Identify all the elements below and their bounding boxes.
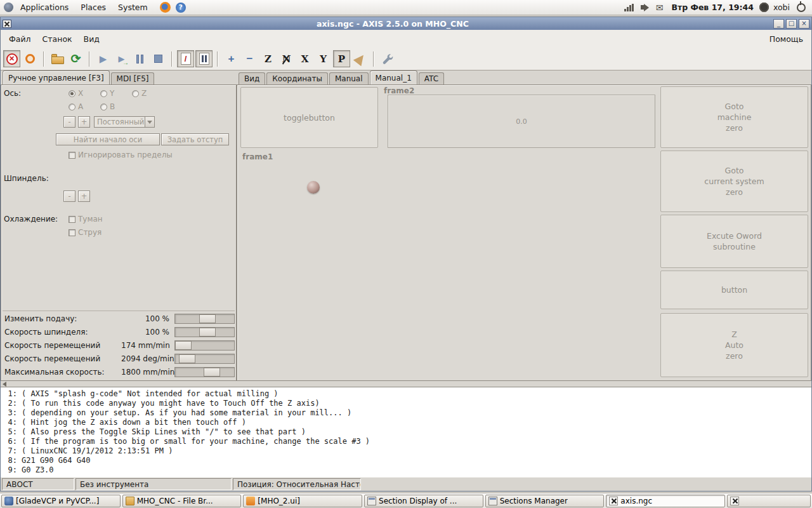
- menu-applications[interactable]: Applications: [15, 1, 74, 14]
- tab-manual-control[interactable]: Ручное управление [F3]: [3, 70, 110, 84]
- jog-speed-slider[interactable]: [174, 340, 235, 351]
- mist-checkbox[interactable]: [69, 216, 75, 223]
- menu-machine[interactable]: Станок: [37, 31, 78, 47]
- view-front-button[interactable]: Y: [315, 50, 332, 67]
- jog-minus-button[interactable]: -: [63, 116, 75, 128]
- minimize-button[interactable]: _: [773, 19, 784, 29]
- mail-icon[interactable]: ✉: [656, 3, 664, 13]
- firefox-launcher-icon[interactable]: [160, 2, 171, 13]
- pane-divider[interactable]: [1, 381, 811, 387]
- goto-current-system-zero-button[interactable]: Goto current system zero: [660, 150, 808, 212]
- pause-button[interactable]: [131, 50, 148, 67]
- max-velocity-slider[interactable]: [174, 367, 235, 377]
- slider-handle[interactable]: [199, 328, 216, 337]
- tab-manual-1[interactable]: Manual_1: [370, 70, 417, 84]
- zoom-out-button[interactable]: −: [241, 50, 258, 67]
- axis-a-radio[interactable]: [69, 104, 75, 110]
- menu-file[interactable]: Файл: [3, 31, 37, 47]
- gcode-line[interactable]: 7:( LinuxCNC 19/1/2012 2:13:51 PM ): [4, 446, 808, 456]
- gcode-line[interactable]: 9:G0 Z3.0: [4, 465, 808, 475]
- slider-handle[interactable]: [199, 314, 216, 323]
- taskbar-gladevcp[interactable]: [GladeVCP и PyVCP...]: [1, 495, 121, 507]
- feed-override-slider[interactable]: [174, 314, 235, 324]
- menu-places[interactable]: Places: [75, 1, 111, 14]
- togglebutton[interactable]: togglebutton: [240, 87, 378, 148]
- taskbar-file-browser[interactable]: MHO_CNC - File Br...: [122, 495, 242, 507]
- angular-jog-speed-slider[interactable]: [174, 354, 235, 364]
- rotate-view-button[interactable]: [351, 50, 369, 67]
- home-axis-button[interactable]: Найти начало оси: [56, 133, 160, 145]
- view-rotated-top-button[interactable]: N: [278, 50, 295, 67]
- sphere-graphic[interactable]: [307, 181, 320, 194]
- tab-coordinates[interactable]: Координаты: [266, 72, 328, 84]
- spindle-override-slider[interactable]: [174, 327, 235, 337]
- flood-checkbox[interactable]: [69, 229, 75, 236]
- zoom-in-button[interactable]: +: [223, 50, 240, 67]
- jog-plus-button[interactable]: +: [78, 116, 90, 128]
- username[interactable]: xobi: [771, 3, 792, 12]
- gcode-line[interactable]: 8:G21 G90 G64 G40: [4, 456, 808, 465]
- execute-oword-subroutine-button[interactable]: Excute Oword subroutine: [660, 215, 808, 268]
- axis-x-radio[interactable]: [69, 90, 75, 97]
- run-button[interactable]: ▶: [95, 50, 112, 67]
- slider-handle[interactable]: [175, 341, 192, 350]
- close-button[interactable]: ×: [799, 19, 809, 29]
- maximize-button[interactable]: □: [786, 19, 797, 29]
- override-limits-checkbox[interactable]: [69, 152, 75, 159]
- user-indicator-icon[interactable]: [759, 3, 769, 12]
- taskbar-sections-manager[interactable]: Sections Manager: [485, 495, 605, 507]
- run-from-line-button[interactable]: ▶→: [113, 50, 130, 67]
- gcode-listing[interactable]: 1:( AXIS "splash g-code" Not intended fo…: [1, 387, 811, 477]
- menu-view[interactable]: Вид: [78, 31, 105, 47]
- titlebar[interactable]: axis.ngc - AXIS 2.5.0 on MHO_CNC _ □ ×: [1, 17, 811, 30]
- menu-system[interactable]: System: [113, 1, 153, 14]
- generic-button[interactable]: button: [660, 271, 808, 309]
- reload-button[interactable]: ⟳: [67, 50, 84, 67]
- tab-preview[interactable]: Вид: [239, 72, 265, 84]
- tool-touchoff-button[interactable]: [379, 50, 396, 67]
- view-side-button[interactable]: X: [296, 50, 313, 67]
- distro-logo-icon[interactable]: [4, 3, 13, 12]
- view-top-button[interactable]: Z: [259, 50, 277, 67]
- set-offset-button[interactable]: Задать отступ: [161, 133, 229, 145]
- axis-z-radio[interactable]: [132, 90, 139, 97]
- glade-icon: [246, 497, 255, 505]
- chevron-down-icon: [145, 117, 154, 127]
- spindle-minus-button[interactable]: -: [63, 190, 75, 202]
- power-icon[interactable]: [797, 3, 806, 12]
- gcode-line[interactable]: 1:( AXIS "splash g-code" Not intended fo…: [4, 389, 808, 399]
- gcode-line[interactable]: 2:( To run this code anyway you might ha…: [4, 399, 808, 408]
- tab-manual[interactable]: Manual: [329, 72, 369, 84]
- gcode-line[interactable]: 5:( Also press the Toggle Skip Lines wit…: [4, 427, 808, 437]
- z-auto-zero-button[interactable]: Z Auto zero: [660, 313, 808, 377]
- optional-pause-button[interactable]: [195, 50, 213, 67]
- network-signal-icon[interactable]: [624, 4, 634, 11]
- taskbar-section-display[interactable]: Section Display of ...: [364, 495, 483, 507]
- manual-control-panel: Ось: X Y Z A B - + Постоянный: [1, 84, 237, 381]
- gcode-line[interactable]: 3:( depending on your setup. As if you h…: [4, 408, 808, 418]
- taskbar-axis-extra[interactable]: [727, 495, 811, 507]
- taskbar-glade-ui[interactable]: [MHO_2.ui]: [243, 495, 362, 507]
- volume-icon[interactable]: [641, 4, 649, 11]
- goto-machine-zero-button[interactable]: Goto machine zero: [660, 86, 808, 148]
- estop-button[interactable]: ✕: [3, 50, 20, 67]
- slider-handle[interactable]: [179, 354, 195, 363]
- spindle-plus-button[interactable]: +: [78, 190, 90, 202]
- gcode-line[interactable]: 6:( If the program is too big or small f…: [4, 437, 808, 446]
- clock[interactable]: Втр Фев 17, 19:44: [667, 3, 757, 12]
- gcode-line[interactable]: 4:( Hint jog the Z axis down a bit then …: [4, 418, 808, 427]
- jog-mode-select[interactable]: Постоянный: [94, 116, 155, 128]
- help-launcher-icon[interactable]: ?: [176, 3, 186, 13]
- tab-atc[interactable]: ATC: [419, 72, 444, 84]
- view-perspective-button[interactable]: P: [333, 50, 350, 67]
- menu-help[interactable]: Помощь: [764, 31, 809, 47]
- open-file-button[interactable]: [49, 50, 66, 67]
- tab-mdi[interactable]: MDI [F5]: [111, 72, 155, 84]
- axis-y-radio[interactable]: [100, 90, 107, 97]
- toggle-skip-lines-button[interactable]: /: [177, 50, 194, 67]
- machine-power-button[interactable]: [22, 50, 39, 67]
- axis-b-radio[interactable]: [100, 104, 107, 110]
- taskbar-axis-ngc[interactable]: axis.ngc: [606, 495, 725, 507]
- slider-handle[interactable]: [204, 368, 220, 377]
- stop-button[interactable]: [150, 50, 167, 67]
